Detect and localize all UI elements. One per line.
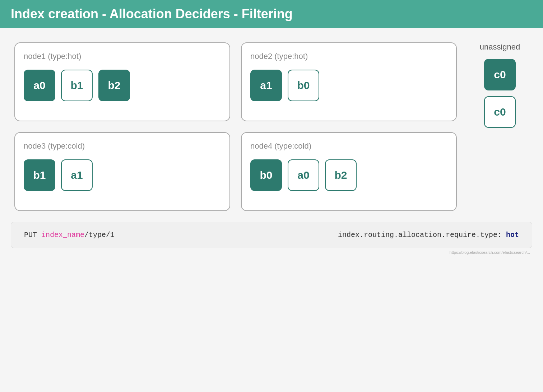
code-routing-value: hot — [506, 231, 519, 239]
code-index-name: index_name — [41, 231, 84, 239]
shard-b0-primary: b0 — [250, 159, 282, 191]
shard-a0-primary: a0 — [24, 70, 55, 101]
main-content: node1 (type:hot) a0 b1 b2 node2 (type:ho… — [0, 28, 543, 211]
node3-title: node3 (type:cold) — [24, 141, 221, 151]
shard-a1-primary: a1 — [250, 70, 282, 101]
code-put: PUT — [24, 231, 41, 239]
code-path: /type/1 — [84, 231, 115, 239]
node1-box: node1 (type:hot) a0 b1 b2 — [14, 42, 230, 121]
node2-box: node2 (type:hot) a1 b0 — [241, 42, 457, 121]
node1-shards: a0 b1 b2 — [24, 70, 221, 101]
node2-title: node2 (type:hot) — [250, 52, 447, 61]
node3-shards: b1 a1 — [24, 159, 221, 191]
shard-b2-primary: b2 — [98, 70, 130, 101]
unassigned-section: unassigned c0 c0 — [464, 42, 529, 128]
node4-box: node4 (type:cold) b0 a0 b2 — [241, 132, 457, 211]
shard-c0-replica: c0 — [484, 96, 516, 128]
page-title: Index creation - Allocation Deciders - F… — [11, 6, 532, 22]
node3-box: node3 (type:cold) b1 a1 — [14, 132, 230, 211]
code-routing-setting: index.routing.allocation.require.type: — [338, 231, 506, 239]
page-header: Index creation - Allocation Deciders - F… — [0, 0, 543, 28]
shard-a1-replica: a1 — [61, 159, 93, 191]
shard-b0-replica: b0 — [288, 70, 319, 101]
node4-title: node4 (type:cold) — [250, 141, 447, 151]
shard-b2-replica: b2 — [325, 159, 357, 191]
code-right: index.routing.allocation.require.type: h… — [338, 231, 519, 239]
footer-url: https://blog.elasticsearch.com/elasticse… — [0, 248, 543, 257]
nodes-grid: node1 (type:hot) a0 b1 b2 node2 (type:ho… — [14, 42, 457, 211]
shard-b1-primary: b1 — [24, 159, 55, 191]
code-bar: PUT index_name/type/1 index.routing.allo… — [11, 222, 532, 248]
shard-c0-primary: c0 — [484, 59, 516, 90]
unassigned-label: unassigned — [480, 42, 520, 52]
footer-url-text: https://blog.elasticsearch.com/elasticse… — [450, 250, 530, 255]
node1-title: node1 (type:hot) — [24, 52, 221, 61]
shard-a0-replica: a0 — [288, 159, 319, 191]
node2-shards: a1 b0 — [250, 70, 447, 101]
shard-b1-replica: b1 — [61, 70, 93, 101]
node4-shards: b0 a0 b2 — [250, 159, 447, 191]
code-left: PUT index_name/type/1 — [24, 231, 115, 239]
